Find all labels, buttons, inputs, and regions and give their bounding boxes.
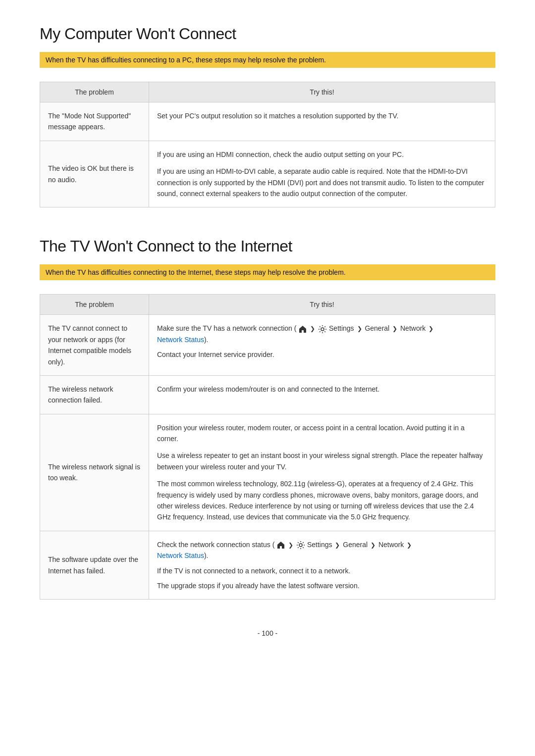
settings-icon [318, 324, 329, 332]
table-row: The software update over the Internet ha… [40, 531, 495, 600]
section2-table: The problem Try this! The TV cannot conn… [40, 294, 495, 600]
solution-extra3: The upgrade stops if you already have th… [157, 580, 487, 591]
solution-extra: Contact your Internet service provider. [157, 349, 487, 360]
problem-cell: The software update over the Internet ha… [40, 531, 149, 600]
solution-part: Position your wireless router, modem rou… [157, 422, 487, 445]
chevron-icon: ❯ [310, 325, 315, 332]
chevron-icon: ❯ [392, 325, 397, 332]
section2-title: The TV Won't Connect to the Internet [40, 237, 495, 255]
solution-cell: Position your wireless router, modem rou… [149, 414, 495, 531]
table-row: The wireless network connection failed. … [40, 375, 495, 414]
solution-cell: If you are using an HDMI connection, che… [149, 141, 495, 207]
table-row: The "Mode Not Supported" message appears… [40, 102, 495, 141]
section2-subtitle: When the TV has difficulties connecting … [40, 264, 495, 280]
section1-table: The problem Try this! The "Mode Not Supp… [40, 82, 495, 207]
problem-cell: The "Mode Not Supported" message appears… [40, 102, 149, 141]
solution-text: Check the network connection status ( ❯ … [157, 539, 487, 561]
solution-cell: Make sure the TV has a network connectio… [149, 315, 495, 376]
problem-cell: The wireless network signal is too weak. [40, 414, 149, 531]
solution-text: Make sure the TV has a network connectio… [157, 323, 487, 345]
section2-col1-header: The problem [40, 295, 149, 315]
network-status-link2[interactable]: Network Status [157, 552, 204, 559]
page-number: - 100 - [40, 629, 495, 637]
solution-cell: Confirm your wireless modem/router is on… [149, 375, 495, 414]
solution-part: If you are using an HDMI connection, che… [157, 149, 487, 160]
problem-cell: The wireless network connection failed. [40, 375, 149, 414]
section2-col2-header: Try this! [149, 295, 495, 315]
home-icon2 [274, 541, 287, 549]
solution-part: Use a wireless repeater to get an instan… [157, 450, 487, 472]
chevron-icon: ❯ [371, 542, 375, 549]
chevron-icon: ❯ [335, 542, 340, 549]
chevron-icon: ❯ [428, 325, 433, 332]
section1-col1-header: The problem [40, 82, 149, 102]
solution-part: The most common wireless technology, 802… [157, 478, 487, 523]
chevron-icon: ❯ [288, 542, 293, 549]
section1-title: My Computer Won't Connect [40, 25, 495, 43]
network-label2: Network [378, 541, 404, 549]
table-row: The video is OK but there is no audio. I… [40, 141, 495, 207]
problem-cell: The TV cannot connect to your network or… [40, 315, 149, 376]
svg-point-0 [321, 328, 324, 331]
table-row: The wireless network signal is too weak.… [40, 414, 495, 531]
network-label: Network [400, 324, 426, 332]
solution-cell: Check the network connection status ( ❯ … [149, 531, 495, 600]
section1-subtitle: When the TV has difficulties connecting … [40, 52, 495, 68]
general-label: General [365, 324, 389, 332]
problem-cell: The video is OK but there is no audio. [40, 141, 149, 207]
table-row: The TV cannot connect to your network or… [40, 315, 495, 376]
settings-label: Settings [329, 324, 354, 332]
svg-point-1 [299, 544, 302, 547]
home-icon [296, 324, 309, 332]
section1-col2-header: Try this! [149, 82, 495, 102]
settings-label2: Settings [307, 541, 332, 549]
general-label2: General [343, 541, 368, 549]
chevron-icon: ❯ [357, 325, 362, 332]
settings-icon2 [296, 541, 307, 549]
network-status-link[interactable]: Network Status [157, 336, 204, 344]
solution-cell: Set your PC's output resolution so it ma… [149, 102, 495, 141]
solution-part: If you are using an HDMI-to-DVI cable, a… [157, 166, 487, 199]
solution-extra2: If the TV is not connected to a network,… [157, 565, 487, 576]
chevron-icon: ❯ [407, 542, 412, 549]
